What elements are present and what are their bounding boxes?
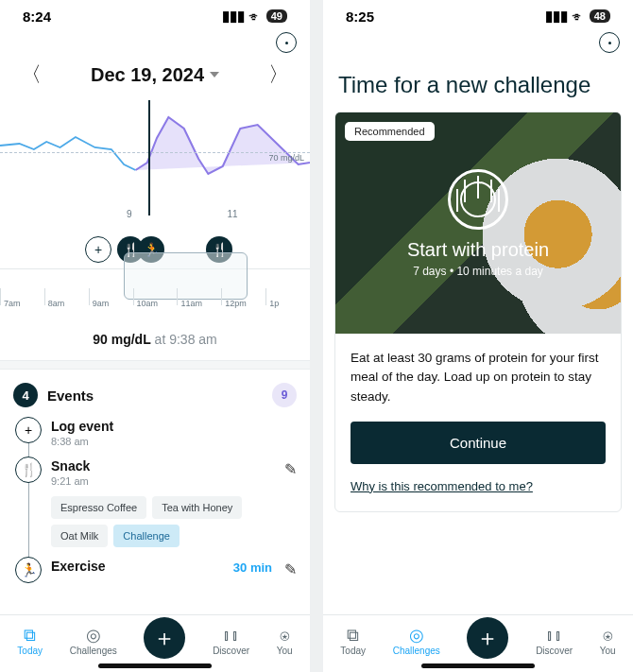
status-bar: 8:24 ▮▮▮ ᯤ 49 xyxy=(0,0,310,26)
target-icon: ◎ xyxy=(86,627,101,644)
events-title: Events xyxy=(47,388,263,404)
chart-hour-labels: 911 xyxy=(0,209,310,219)
book-icon: ⫾⫾ xyxy=(223,627,240,644)
person-icon: ⍟ xyxy=(603,627,613,644)
tag[interactable]: Espresso Coffee xyxy=(51,496,146,519)
phone-left: 8:24 ▮▮▮ ᯤ 49 〈 Dec 19, 2024 〉 70 mg/dL … xyxy=(0,0,310,672)
timeline-window[interactable] xyxy=(124,252,248,300)
utensils-icon[interactable]: 🍴 xyxy=(15,457,42,483)
recommended-badge: Recommended xyxy=(345,122,435,141)
timeline-strip[interactable]: 7am8am9am10am11am12pm1p xyxy=(0,268,310,317)
tab-discover[interactable]: ⫾⫾Discover xyxy=(536,627,573,656)
challenge-card: Recommended Start with protein 7 days • … xyxy=(334,112,622,512)
chevron-down-icon xyxy=(210,72,219,78)
target-icon[interactable] xyxy=(276,32,297,53)
signal-icon: ▮▮▮ xyxy=(545,8,568,25)
continue-button[interactable]: Continue xyxy=(351,422,606,464)
person-icon: ⍟ xyxy=(280,627,290,644)
add-button[interactable]: ＋ xyxy=(467,617,508,659)
tag-challenge[interactable]: Challenge xyxy=(113,525,180,547)
battery-icon: 49 xyxy=(266,9,287,23)
why-recommended-link[interactable]: Why is this recommended to me? xyxy=(351,479,533,493)
home-indicator[interactable] xyxy=(421,663,535,668)
marker-log[interactable]: + xyxy=(85,236,111,263)
tab-challenges[interactable]: ◎Challenges xyxy=(70,627,117,656)
glucose-chart[interactable]: 70 mg/dL 911 + 🍴 🏃 🍴 xyxy=(0,100,310,240)
event-tags: Espresso Coffee Tea with Honey Oat Milk … xyxy=(51,496,297,547)
list-item[interactable]: 🍴 Snack 9:21 am ✎ Espresso Coffee Tea wi… xyxy=(51,457,297,557)
next-day-button[interactable]: 〉 xyxy=(261,55,297,95)
wifi-icon: ᯤ xyxy=(248,9,263,25)
challenge-subtitle: 7 days • 10 minutes a day xyxy=(413,265,543,278)
event-label: Log event xyxy=(51,419,297,434)
events-secondary-badge: 9 xyxy=(272,383,297,407)
event-label: Snack xyxy=(51,458,297,474)
list-item[interactable]: 🏃 Exercise 30 min ✎ xyxy=(51,557,297,583)
clock: 8:25 xyxy=(346,9,374,25)
tag[interactable]: Tea with Honey xyxy=(152,496,242,519)
timeline-ticks: 7am8am9am10am11am12pm1p xyxy=(0,294,310,305)
event-duration: 30 min xyxy=(233,560,272,575)
section-divider xyxy=(0,360,310,370)
pulse-icon: ⧉ xyxy=(24,627,36,644)
challenge-name: Start with protein xyxy=(407,239,549,261)
book-icon: ⫾⫾ xyxy=(546,627,563,644)
date-label[interactable]: Dec 19, 2024 xyxy=(91,64,219,86)
wifi-icon: ᯤ xyxy=(572,9,586,25)
edit-icon[interactable]: ✎ xyxy=(284,560,297,578)
plus-icon[interactable]: + xyxy=(15,417,42,443)
add-button[interactable]: ＋ xyxy=(144,617,185,659)
page-title: Time for a new challenge xyxy=(323,55,633,112)
reference-label: 70 mg/dL xyxy=(268,153,304,163)
events-count-badge: 4 xyxy=(13,383,38,407)
date-selector: 〈 Dec 19, 2024 〉 xyxy=(0,55,310,96)
status-bar: 8:25 ▮▮▮ ᯤ 48 xyxy=(323,0,633,26)
status-indicators: ▮▮▮ ᯤ 48 xyxy=(545,8,610,25)
prev-day-button[interactable]: 〈 xyxy=(13,55,49,95)
protein-icon xyxy=(448,169,508,230)
reference-line xyxy=(0,152,310,153)
home-indicator[interactable] xyxy=(98,663,212,668)
target-icon: ◎ xyxy=(409,627,424,644)
signal-icon: ▮▮▮ xyxy=(222,8,245,25)
clock: 8:24 xyxy=(23,9,51,25)
chart-svg xyxy=(0,100,310,214)
challenge-card-image[interactable]: Recommended Start with protein 7 days • … xyxy=(335,112,621,334)
tag[interactable]: Oat Milk xyxy=(51,525,108,547)
phone-right: 8:25 ▮▮▮ ᯤ 48 Time for a new challenge R… xyxy=(323,0,633,672)
date-text: Dec 19, 2024 xyxy=(91,64,204,86)
events-header[interactable]: 4 Events 9 xyxy=(0,370,310,417)
tab-you[interactable]: ⍟You xyxy=(277,627,293,656)
event-time: 8:38 am xyxy=(51,436,297,447)
battery-icon: 48 xyxy=(590,9,610,23)
tab-today[interactable]: ⧉Today xyxy=(17,627,43,656)
events-list: + Log event 8:38 am 🍴 Snack 9:21 am ✎ Es… xyxy=(0,417,310,593)
target-icon[interactable] xyxy=(599,32,620,53)
list-item[interactable]: + Log event 8:38 am xyxy=(51,417,297,457)
event-time: 9:21 am xyxy=(51,475,297,487)
tab-you[interactable]: ⍟You xyxy=(600,627,616,656)
status-indicators: ▮▮▮ ᯤ 49 xyxy=(222,8,287,25)
tab-today[interactable]: ⧉Today xyxy=(340,627,366,656)
current-reading: 90 mg/dL at 9:38 am xyxy=(0,317,310,360)
reading-value: 90 mg/dL xyxy=(93,332,150,347)
challenge-description: Eat at least 30 grams of protein for you… xyxy=(351,349,606,406)
tab-discover[interactable]: ⫾⫾Discover xyxy=(213,627,249,656)
edit-icon[interactable]: ✎ xyxy=(284,460,297,478)
tab-challenges[interactable]: ◎Challenges xyxy=(393,627,440,656)
chart-playhead[interactable] xyxy=(148,100,150,215)
running-icon[interactable]: 🏃 xyxy=(15,557,42,583)
pulse-icon: ⧉ xyxy=(347,627,359,644)
